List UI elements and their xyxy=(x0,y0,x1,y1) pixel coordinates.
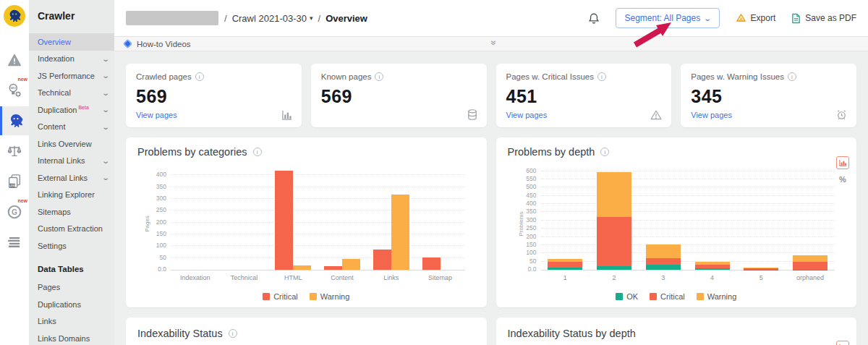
sidebar-item-label: Links Overview xyxy=(38,140,109,148)
sidebar-item-label: Technical xyxy=(38,88,103,97)
segment-selector-button[interactable]: Segment: All Pages ⌄ xyxy=(616,8,719,28)
view-pages-link[interactable]: View pages xyxy=(691,111,732,119)
charts-row: Problems by categoriesiPages0.0501001502… xyxy=(126,137,856,307)
info-icon[interactable]: i xyxy=(229,329,237,338)
info-icon[interactable]: i xyxy=(375,72,383,81)
rail-crawler-item-active[interactable] xyxy=(0,106,29,135)
bar-segment-ok xyxy=(646,265,681,270)
sidebar-item-internal-links[interactable]: Internal Links⌄ xyxy=(29,153,114,170)
y-tick-label: 50 xyxy=(160,254,166,261)
sidebar-item-sitemaps[interactable]: Sitemaps xyxy=(29,203,114,221)
sidebar-item-duplications[interactable]: Duplications xyxy=(29,296,114,313)
sidebar-item-label: JS Performance xyxy=(38,72,103,80)
app-icon-rail: new SEO LOG new xyxy=(0,0,29,345)
crawl-dropdown[interactable]: Crawl 2021-03-30 ▾ xyxy=(232,13,313,24)
stat-card-pages-w-warning-issues: Pages w. Warning Issuesi345View pages xyxy=(681,64,856,127)
legend-item-ok[interactable]: OK xyxy=(616,292,638,301)
rail-data-rows-item[interactable] xyxy=(0,228,29,257)
y-tick-label: 150 xyxy=(526,241,536,248)
alarm-icon xyxy=(836,109,847,120)
sidebar-item-indexation[interactable]: Indexation⌄ xyxy=(29,51,114,68)
y-tick-label: 600 xyxy=(526,167,536,174)
export-button[interactable]: Export xyxy=(736,13,776,23)
sidebar-section-data-tables: Data Tables xyxy=(29,255,114,279)
rail-comparison-item[interactable] xyxy=(0,137,29,166)
double-chevron-collapse-icon[interactable]: » xyxy=(488,41,500,46)
bar-critical xyxy=(324,266,342,270)
legend-item-critical[interactable]: Critical xyxy=(263,292,298,301)
legend-label: Warning xyxy=(320,292,350,301)
info-icon[interactable]: i xyxy=(195,72,204,81)
chevron-down-icon: ⌄ xyxy=(101,123,110,131)
top-header-bar: / Crawl 2021-03-30 ▾ / Overview Segment:… xyxy=(114,0,868,36)
save-as-pdf-button[interactable]: Save as PDF xyxy=(791,13,856,24)
view-pages-link[interactable]: View pages xyxy=(506,111,548,119)
y-tick-label: 500 xyxy=(526,183,536,190)
notifications-bell-icon[interactable] xyxy=(588,12,600,25)
sidebar-item-technical[interactable]: Technical⌄ xyxy=(29,85,114,102)
sidebar-item-js-performance[interactable]: JS Performance⌄ xyxy=(29,67,114,85)
howto-videos-bar[interactable]: How-to Videos » xyxy=(114,36,868,51)
caret-down-icon: ▾ xyxy=(310,14,313,22)
chart-title: Indexability Status by depth xyxy=(508,328,846,339)
sidebar-item-linking-explorer[interactable]: Linking Explorer xyxy=(29,187,114,204)
x-category-label: 1 xyxy=(541,274,590,281)
absolute-values-toggle-icon[interactable] xyxy=(836,341,849,345)
indexability-status-by-depth-card: Indexability Status by depth xyxy=(496,318,857,345)
rail-seo-tools-item[interactable]: new SEO xyxy=(0,76,29,105)
sidebar-item-links-domains[interactable]: Links Domains xyxy=(29,330,114,345)
dashboard-content: Crawled pagesi569View pagesKnown pagesi5… xyxy=(114,51,868,345)
sidebar-item-pages[interactable]: Pages xyxy=(29,279,114,297)
bar-segment-critical xyxy=(646,258,681,265)
absolute-values-toggle-icon[interactable] xyxy=(836,156,849,169)
category-slot: 1 xyxy=(541,168,590,270)
legend-swatch xyxy=(650,293,657,300)
info-icon[interactable]: i xyxy=(600,148,609,156)
info-icon[interactable]: i xyxy=(788,72,796,81)
rail-alerts-item[interactable] xyxy=(0,46,29,74)
sidebar-item-custom-extraction[interactable]: Custom Extraction xyxy=(29,221,114,238)
rail-g-tool-item[interactable]: new G xyxy=(0,197,29,226)
chevron-down-icon: ⌄ xyxy=(101,72,110,80)
export-icon xyxy=(736,13,746,23)
legend-item-critical[interactable]: Critical xyxy=(650,292,685,301)
log-files-icon: LOG xyxy=(7,173,22,190)
y-tick-label: 350 xyxy=(526,208,536,215)
bar-segment-critical xyxy=(744,268,778,270)
sidebar-item-content[interactable]: Content⌄ xyxy=(29,119,114,136)
app-logo-octopus-icon[interactable] xyxy=(4,5,25,27)
sidebar-item-links[interactable]: Links xyxy=(29,313,114,331)
sidebar-item-links-overview[interactable]: Links Overview xyxy=(29,135,114,153)
sidebar-item-duplication[interactable]: DuplicationBeta⌄ xyxy=(29,101,114,119)
bottom-cards-row: Indexability StatusiIndexability Status … xyxy=(126,318,856,345)
info-icon[interactable]: i xyxy=(597,72,606,81)
crawler-sidebar: Crawler OverviewIndexation⌄JS Performanc… xyxy=(29,0,114,345)
y-tick-label: 50 xyxy=(529,257,536,265)
info-icon[interactable]: i xyxy=(253,148,262,156)
stat-card-crawled-pages: Crawled pagesi569View pages xyxy=(126,64,302,127)
stat-card-value: 569 xyxy=(136,86,292,107)
y-tick-label: 350 xyxy=(156,183,166,190)
topbar-actions: Segment: All Pages ⌄ Export Save as PDF xyxy=(588,8,856,28)
legend-label: Critical xyxy=(660,292,685,301)
y-tick-label: 200 xyxy=(526,233,536,240)
legend-item-warning[interactable]: Warning xyxy=(310,292,350,301)
stat-card-label: Known pagesi xyxy=(321,72,477,81)
y-tick-label: 100 xyxy=(526,249,536,256)
bar-segment-critical xyxy=(548,262,582,268)
bar-critical xyxy=(422,257,441,270)
x-category-label: Sitemap xyxy=(416,274,465,281)
sidebar-item-settings[interactable]: Settings xyxy=(29,237,114,255)
stat-card-label: Crawled pagesi xyxy=(136,72,292,81)
chart-title: Problems by categoriesi xyxy=(137,146,475,158)
rail-logfiles-item[interactable]: LOG xyxy=(0,167,29,196)
legend-label: OK xyxy=(626,292,638,301)
seo-bulb-gear-icon: SEO xyxy=(7,82,22,98)
percent-toggle[interactable]: % xyxy=(839,175,846,184)
sidebar-item-overview[interactable]: Overview xyxy=(29,33,114,51)
chart-view-toggles: % xyxy=(836,156,849,184)
stat-card-value: 569 xyxy=(321,86,477,107)
view-pages-link[interactable]: View pages xyxy=(136,111,177,119)
legend-item-warning[interactable]: Warning xyxy=(697,292,737,301)
sidebar-item-external-links[interactable]: External Links⌄ xyxy=(29,169,114,187)
